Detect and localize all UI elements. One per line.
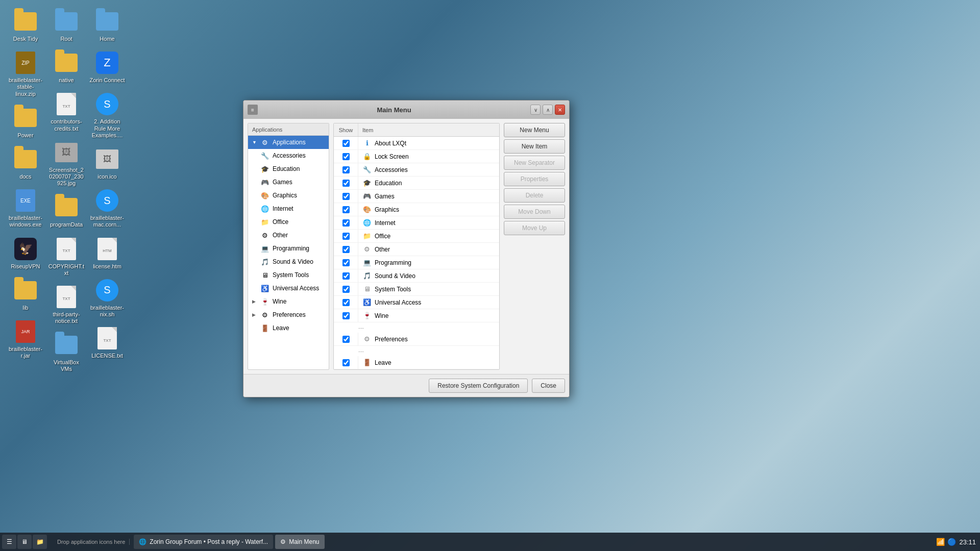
desktop-icon-virtualboxvms[interactable]: VirtualBox VMs xyxy=(46,329,87,377)
desktop-icon-docs[interactable]: docs xyxy=(5,143,46,184)
sidebar-item-accessories[interactable]: 🔧 Accessories xyxy=(248,149,329,162)
sidebar-item-system-tools[interactable]: 🖥 System Tools xyxy=(248,268,329,282)
taskbar-left: ☰ 🖥 📁 xyxy=(0,535,49,549)
sidebar-item-wine[interactable]: ▶ 🍷 Wine xyxy=(248,295,329,308)
desktop-icon-power[interactable]: Power xyxy=(5,102,46,143)
desktop-icon-root[interactable]: Root xyxy=(46,5,87,46)
desktop-icon-screenshot[interactable]: 🖼 Screenshot_20200707_230925.jpg xyxy=(46,136,87,191)
desktop-icon-zip[interactable]: ZIP brailleblaster-stable-linux.zip xyxy=(5,46,46,102)
row-label-text: Sound & Video xyxy=(375,272,415,280)
sidebar-item-leave[interactable]: 🚪 Leave xyxy=(248,321,329,335)
row-checkbox-about-lxqt[interactable] xyxy=(334,137,358,149)
row-checkbox-other[interactable] xyxy=(334,243,358,256)
table-row: 🔒Lock Screen xyxy=(334,150,499,163)
sidebar-item-label: Games xyxy=(273,179,292,186)
desktop-icon-label: programData xyxy=(50,221,83,228)
properties-button[interactable]: Properties xyxy=(504,172,565,186)
desktop-icon-zorin-connect[interactable]: Z Zorin Connect xyxy=(87,46,128,88)
desktop-icon-label: brailleblaster-windows.exe xyxy=(7,215,44,228)
row-checkbox-education[interactable] xyxy=(334,177,358,189)
dialog-close-button[interactable]: ✕ xyxy=(555,105,565,115)
desktop-icon-brailleblaster-mac[interactable]: S brailleblaster-mac.corn... xyxy=(87,184,128,232)
close-dialog-button[interactable]: Close xyxy=(532,379,565,393)
sidebar-item-sound-video[interactable]: 🎵 Sound & Video xyxy=(248,255,329,268)
desktop-icon-lib[interactable]: lib xyxy=(5,274,46,315)
taskbar-files-button[interactable]: 📁 xyxy=(33,535,47,549)
sidebar-item-programming[interactable]: 💻 Programming xyxy=(248,242,329,255)
taskbar-main-menu-item[interactable]: ⚙ Main Menu xyxy=(275,535,324,549)
row-checkbox-internet[interactable] xyxy=(334,216,358,229)
row-checkbox-universal-access[interactable] xyxy=(334,296,358,309)
dialog-minimize-button[interactable]: ∨ xyxy=(530,105,541,115)
sidebar-item-office[interactable]: 📁 Office xyxy=(248,215,329,229)
sidebar-arrow: ▶ xyxy=(252,312,257,317)
row-checkbox-wine[interactable] xyxy=(334,309,358,322)
sidebar-item-education[interactable]: 🎓 Education xyxy=(248,162,329,176)
desktop-icon-2addition[interactable]: S 2. Addition Rule More Examples.... xyxy=(87,88,128,143)
desktop-icon-label: Root xyxy=(60,36,72,42)
row-checkbox-graphics[interactable] xyxy=(334,203,358,216)
sidebar-item-internet[interactable]: 🌐 Internet xyxy=(248,202,329,215)
desktop-icon-desk-tidy[interactable]: Desk Tidy xyxy=(5,5,46,46)
desktop-icon-native[interactable]: native xyxy=(46,46,87,88)
other-row-icon: ⚙ xyxy=(362,245,372,254)
new-separator-button[interactable]: New Separator xyxy=(504,156,565,170)
sidebar-item-graphics[interactable]: 🎨 Graphics xyxy=(248,189,329,202)
sidebar-item-applications[interactable]: ▼ ⚙ Applications xyxy=(248,136,329,149)
menu-content: Show Item ℹAbout LXQt 🔒Lock Screen 🔧Acce… xyxy=(333,123,500,370)
bluetooth-icon[interactable]: 🔵 xyxy=(947,537,956,546)
sidebar-item-universal-access[interactable]: ♿ Universal Access xyxy=(248,282,329,295)
desktop-icon-icon-ico[interactable]: 🖼 icon.ico xyxy=(87,143,128,184)
desktop-icon-label: Zorin Connect xyxy=(89,77,125,84)
row-checkbox-lock-screen[interactable] xyxy=(334,150,358,163)
restore-system-configuration-button[interactable]: Restore System Configuration xyxy=(429,379,528,393)
row-checkbox-office[interactable] xyxy=(334,230,358,242)
graphics-icon: 🎨 xyxy=(260,191,270,200)
desktop-icon-label: Home xyxy=(100,36,114,42)
desktop-icon-brailleblaster-nix[interactable]: S brailleblaster-nix.sh xyxy=(87,274,128,322)
row-checkbox-programming[interactable] xyxy=(334,256,358,269)
other-icon: ⚙ xyxy=(260,231,270,240)
row-checkbox-system-tools[interactable] xyxy=(334,283,358,295)
sidebar-item-label: System Tools xyxy=(273,271,309,279)
wifi-icon[interactable]: 📶 xyxy=(936,537,945,546)
col-show-header: Show xyxy=(334,123,358,136)
move-down-button[interactable]: Move Down xyxy=(504,205,565,219)
row-checkbox-accessories[interactable] xyxy=(334,163,358,176)
dialog-content: Applications ▼ ⚙ Applications 🔧 Accessor… xyxy=(243,119,569,374)
desktop-icon-label: license.htm xyxy=(93,263,121,270)
row-label-text: Office xyxy=(375,233,390,240)
desktop-icon-contributors[interactable]: TXT contributors-credits.txt xyxy=(46,88,87,136)
sidebar-item-preferences[interactable]: ▶ ⚙ Preferences xyxy=(248,308,329,321)
preferences-row-icon: ⚙ xyxy=(362,335,372,344)
row-checkbox-sound-video[interactable] xyxy=(334,269,358,282)
delete-button[interactable]: Delete xyxy=(504,188,565,203)
desktop-icon-copyright[interactable]: TXT COPYRIGHT.txt xyxy=(46,233,87,281)
move-up-button[interactable]: Move Up xyxy=(504,221,565,235)
row-checkbox-preferences[interactable] xyxy=(334,333,358,345)
sidebar-item-games[interactable]: 🎮 Games xyxy=(248,176,329,189)
row-checkbox-games[interactable] xyxy=(334,190,358,203)
row-label-text: Other xyxy=(375,246,390,253)
taskbar-menu-button[interactable]: ☰ xyxy=(2,535,16,549)
desktop-icon-programdata[interactable]: programData xyxy=(46,191,87,232)
desktop-icon-third-party[interactable]: TXT third-party-notice.txt xyxy=(46,281,87,329)
desktop-icon-license-txt[interactable]: TXT LICENSE.txt xyxy=(87,322,128,363)
desktop-icon-license-htm[interactable]: HTM license.htm xyxy=(87,233,128,274)
sidebar-item-other[interactable]: ⚙ Other xyxy=(248,229,329,242)
new-item-button[interactable]: New Item xyxy=(504,139,565,154)
tray-icons: 📶 🔵 xyxy=(936,537,956,546)
table-row: 🌐Internet xyxy=(334,216,499,230)
taskbar-right: 📶 🔵 23:11 xyxy=(932,537,980,546)
taskbar-browser-item[interactable]: 🌐 Zorin Group Forum • Post a reply - Wat… xyxy=(134,535,273,549)
taskbar-show-desktop-button[interactable]: 🖥 xyxy=(17,535,32,549)
row-label-text: About LXQt xyxy=(375,140,406,147)
new-menu-button[interactable]: New Menu xyxy=(504,123,565,137)
about-lxqt-icon: ℹ xyxy=(362,139,372,148)
desktop-icon-riseupvpn[interactable]: 🦅 RiseupVPN xyxy=(5,233,46,274)
desktop-icon-jar[interactable]: JAR brailleblaster-r.jar xyxy=(5,315,46,363)
dialog-maximize-button[interactable]: ∧ xyxy=(543,105,553,115)
row-checkbox-leave[interactable] xyxy=(334,356,358,369)
desktop-icon-brailleblaster-windows[interactable]: EXE brailleblaster-windows.exe xyxy=(5,184,46,232)
desktop-icon-home[interactable]: Home xyxy=(87,5,128,46)
